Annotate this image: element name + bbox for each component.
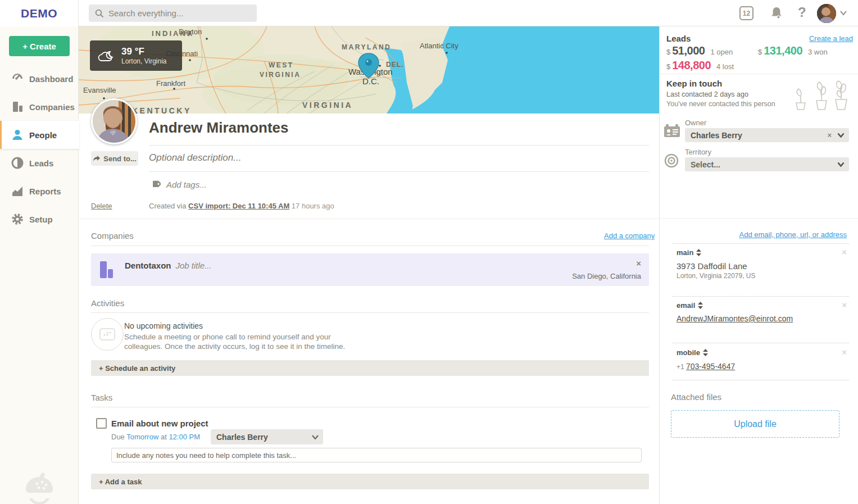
contact-type-main[interactable]: main [677, 248, 701, 257]
map-label-kentucky: KENTUCKY [132, 106, 192, 113]
create-button[interactable]: + Create [9, 36, 70, 56]
create-lead-link[interactable]: Create a lead [809, 34, 853, 43]
task-assignee-value: Charles Berry [216, 433, 312, 442]
task-checkbox[interactable] [96, 418, 107, 429]
leads-lost-label: 4 lost [716, 62, 734, 71]
activities-empty-line1: Schedule a meeting or phone call to remi… [124, 333, 331, 341]
calendar-day: 12 [743, 10, 750, 17]
created-via-row: Created via CSV import: Dec 11 10:45 AM … [149, 202, 334, 210]
buildings-icon [10, 100, 25, 113]
remove-contact-icon[interactable]: × [842, 347, 847, 357]
attached-files-title: Attached files [671, 392, 721, 402]
owner-select[interactable]: Charles Berry × [685, 128, 849, 142]
user-avatar[interactable] [817, 4, 836, 23]
keep-in-touch-line2: You've never contacted this person [666, 100, 775, 108]
task-notes-input[interactable] [111, 448, 642, 462]
leads-lost-stat: $ 148,800 4 lost [666, 59, 734, 72]
divider [79, 219, 659, 219]
contact-address-line2: Lorton, Virginia 22079, US [677, 272, 756, 280]
send-to-button[interactable]: Send to... [91, 151, 138, 166]
sort-arrows-icon [703, 349, 708, 356]
created-ago: 17 hours ago [289, 202, 334, 210]
upload-file-label: Upload file [734, 419, 777, 429]
app-logo: DEMO [21, 7, 57, 20]
sidebar-item-label: Setup [29, 215, 53, 224]
add-contact-info-link[interactable]: Add email, phone, url, or address [739, 230, 847, 239]
sort-arrows-icon [698, 302, 703, 309]
add-company-link[interactable]: Add a company [604, 231, 655, 240]
tags-field[interactable]: Add tags... [151, 179, 207, 189]
due-time-link[interactable]: 12:00 PM [169, 433, 200, 441]
map-label-evansville: Evansville [83, 86, 116, 94]
help-icon[interactable]: ? [798, 4, 806, 20]
map-label-west-virginia-1: WEST [269, 61, 294, 69]
dotted-divider [672, 296, 849, 297]
search-input[interactable] [108, 8, 249, 18]
remove-contact-icon[interactable]: × [842, 300, 847, 310]
due-prefix: Due [111, 433, 126, 441]
company-card[interactable]: DentotaxonJob title... × San Diego, Cali… [91, 253, 649, 286]
company-job-title-field[interactable]: Job title... [176, 261, 212, 270]
owner-value: Charles Berry [691, 131, 827, 140]
dollar-sign: $ [758, 48, 762, 56]
territory-select[interactable]: Select... [685, 157, 849, 171]
notifications-bell-icon[interactable] [769, 5, 784, 21]
schedule-activity-button[interactable]: + Schedule an activity [91, 360, 649, 376]
delete-link[interactable]: Delete [91, 202, 112, 210]
main-content: INDIANA Dayton Cincinnati MARYLAND Atlan… [79, 26, 659, 504]
chevron-down-icon [837, 162, 845, 167]
dotted-divider [672, 343, 849, 343]
sidebar-item-setup[interactable]: Setup [0, 205, 79, 233]
contact-email-link[interactable]: AndrewJMiramontes@einrot.com [677, 314, 793, 323]
clear-owner-icon[interactable]: × [827, 131, 832, 139]
contact-type-mobile[interactable]: mobile [677, 348, 708, 357]
location-map[interactable]: INDIANA Dayton Cincinnati MARYLAND Atlan… [79, 26, 659, 113]
top-bar: DEMO 12 ? [0, 0, 858, 26]
divider [91, 312, 649, 313]
divider [660, 74, 858, 74]
keep-in-touch-plants-icon [794, 78, 850, 111]
contact-avatar[interactable] [91, 98, 137, 144]
contact-phone-link[interactable]: 703-495-4647 [686, 362, 735, 371]
created-prefix: Created via [149, 202, 188, 210]
sidebar-item-dashboard[interactable]: Dashboard [0, 65, 79, 93]
page-title-contact-name: Andrew Miramontes [149, 119, 289, 137]
divider [149, 171, 649, 172]
remove-contact-icon[interactable]: × [842, 247, 847, 257]
dollar-sign: $ [666, 62, 670, 71]
tasks-section-title: Tasks [91, 393, 112, 402]
remove-company-icon[interactable]: × [636, 259, 641, 267]
search-box[interactable] [89, 4, 257, 22]
id-card-icon [664, 124, 680, 138]
territory-target-icon [664, 153, 679, 168]
company-name[interactable]: Dentotaxon [125, 261, 171, 270]
description-field[interactable]: Optional description... [149, 152, 241, 164]
leads-won-label: 3 won [808, 48, 828, 56]
divider [149, 145, 649, 146]
activities-empty-icon [91, 318, 124, 351]
sidebar-item-people[interactable]: People [0, 121, 79, 149]
sidebar-item-reports[interactable]: Reports [0, 177, 79, 205]
calendar-icon[interactable]: 12 [739, 6, 753, 20]
task-title[interactable]: Email about new project [111, 419, 208, 428]
divider [660, 218, 858, 219]
send-to-label: Send to... [103, 155, 137, 163]
leads-summary-title: Leads [666, 34, 691, 43]
created-via-link[interactable]: CSV import: Dec 11 10:45 AM [188, 202, 289, 210]
leads-won-amount: 131,400 [764, 44, 802, 57]
add-task-button[interactable]: + Add a task [91, 474, 649, 489]
map-label-west-virginia-2: VIRGINIA [260, 71, 301, 79]
task-due-row: Due Tomorrow at 12:00 PM [111, 433, 200, 441]
contact-type-email[interactable]: email [677, 301, 703, 310]
sidebar-item-leads[interactable]: Leads [0, 149, 79, 177]
task-assignee-select[interactable]: Charles Berry [211, 429, 323, 444]
sidebar-item-companies[interactable]: Companies [0, 93, 79, 121]
map-label-maryland: MARYLAND [342, 43, 391, 51]
contact-type-label: email [677, 301, 695, 310]
upload-file-dropzone[interactable]: Upload file [671, 410, 839, 438]
due-date-link[interactable]: Tomorrow [126, 433, 158, 441]
sidebar-item-label: Companies [29, 102, 75, 112]
owner-label: Owner [685, 119, 706, 127]
keep-in-touch-title: Keep in touch [666, 79, 722, 88]
chevron-down-icon[interactable] [839, 10, 847, 16]
